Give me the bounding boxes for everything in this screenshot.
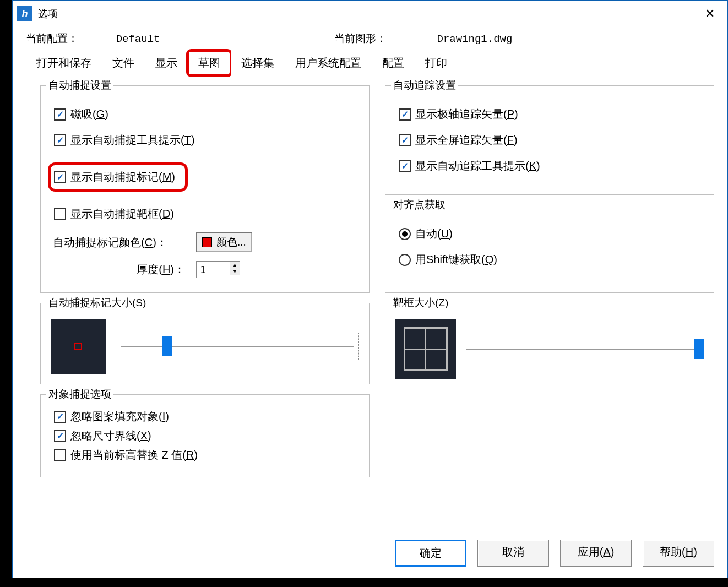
current-drawing-label: 当前图形：	[334, 32, 387, 44]
tab-sketch[interactable]: 草图	[188, 51, 231, 75]
aperture-box-check[interactable]: 显示自动捕捉靶框(D)	[54, 206, 359, 221]
close-icon[interactable]: ✕	[697, 3, 723, 25]
magnet-label: 磁吸(G)	[70, 107, 108, 122]
fullscreen-vector-label: 显示全屏追踪矢量(F)	[415, 133, 518, 148]
checkbox-icon: ✓	[399, 108, 411, 121]
autotrack-group: 自动追踪设置 ✓ 显示极轴追踪矢量(P) ✓ 显示全屏追踪矢量(F) ✓ 显示自…	[385, 85, 714, 195]
current-profile-label: 当前配置：	[26, 32, 78, 44]
marker-preview-icon	[74, 343, 82, 350]
left-column: 自动捕捉设置 ✓ 磁吸(G) ✓ 显示自动捕捉工具提示(T) ✓ 显示自动捕捉标…	[40, 85, 370, 525]
checkbox-icon: ✓	[54, 411, 66, 423]
marker-size-control	[51, 319, 359, 374]
tab-user-system[interactable]: 用户系统配置	[285, 51, 372, 75]
align-shift-radio[interactable]: 用Shift键获取(Q)	[399, 252, 704, 267]
footer-buttons: 确定 取消 应用(A) 帮助(H)	[13, 531, 727, 578]
radio-icon	[399, 228, 411, 240]
aperture-grid-icon	[404, 327, 448, 371]
thickness-label: 厚度(H)：	[53, 262, 196, 277]
right-column: 自动追踪设置 ✓ 显示极轴追踪矢量(P) ✓ 显示全屏追踪矢量(F) ✓ 显示自…	[385, 85, 714, 525]
checkbox-icon	[54, 449, 66, 461]
header-row: 当前配置： Default 当前图形： Drawing1.dwg	[13, 27, 727, 48]
tab-bar: 打开和保存 文件 显示 草图 选择集 用户系统配置 配置 打印	[13, 50, 727, 75]
align-auto-radio[interactable]: 自动(U)	[399, 226, 704, 241]
checkbox-icon: ✓	[54, 108, 66, 121]
color-button[interactable]: 颜色...	[196, 232, 252, 252]
checkbox-icon: ✓	[54, 430, 66, 442]
ignore-dim-label: 忽略尺寸界线(X)	[70, 428, 151, 443]
cancel-button[interactable]: 取消	[477, 540, 549, 567]
ok-button[interactable]: 确定	[395, 540, 466, 567]
autosnap-title: 自动捕捉设置	[46, 78, 113, 93]
aperture-size-control	[395, 319, 704, 379]
autotrack-tooltip-label: 显示自动追踪工具提示(K)	[415, 159, 540, 173]
color-swatch-icon	[202, 237, 212, 247]
marker-preview	[51, 319, 106, 374]
thickness-spinner[interactable]: ▲ ▼	[196, 261, 240, 278]
slider-thumb[interactable]	[694, 339, 704, 359]
aperture-size-title: 靶框大小(Z)	[391, 296, 450, 310]
thickness-input[interactable]	[197, 262, 230, 278]
autosnap-tooltip-label: 显示自动捕捉工具提示(T)	[70, 133, 195, 148]
slider-thumb[interactable]	[162, 336, 172, 356]
content-area: 自动捕捉设置 ✓ 磁吸(G) ✓ 显示自动捕捉工具提示(T) ✓ 显示自动捕捉标…	[13, 75, 727, 531]
marker-size-title: 自动捕捉标记大小(S)	[46, 296, 148, 310]
ignore-dim-check[interactable]: ✓ 忽略尺寸界线(X)	[54, 428, 359, 443]
magnet-check[interactable]: ✓ 磁吸(G)	[54, 107, 359, 122]
tab-open-save[interactable]: 打开和保存	[26, 51, 102, 75]
tab-selection[interactable]: 选择集	[231, 51, 285, 75]
autotrack-title: 自动追踪设置	[391, 78, 458, 93]
align-auto-label: 自动(U)	[415, 226, 453, 241]
chevron-down-icon[interactable]: ▼	[230, 268, 240, 275]
current-drawing-value: Drawing1.dwg	[437, 33, 513, 45]
replace-z-label: 使用当前标高替换 Z 值(R)	[70, 448, 198, 463]
chevron-up-icon[interactable]: ▲	[230, 262, 240, 268]
checkbox-icon: ✓	[54, 171, 66, 183]
ignore-hatch-label: 忽略图案填充对象(I)	[70, 409, 169, 424]
color-button-label: 颜色...	[216, 235, 246, 249]
tab-profile[interactable]: 配置	[372, 51, 415, 75]
tab-display[interactable]: 显示	[145, 51, 188, 75]
marker-color-row: 自动捕捉标记颜色(C)： 颜色...	[53, 232, 359, 252]
options-dialog: h 选项 ✕ 当前配置： Default 当前图形： Drawing1.dwg …	[12, 0, 728, 578]
checkbox-icon: ✓	[399, 134, 411, 146]
help-button[interactable]: 帮助(H)	[643, 540, 714, 567]
fullscreen-vector-check[interactable]: ✓ 显示全屏追踪矢量(F)	[399, 133, 704, 148]
checkbox-icon: ✓	[399, 160, 411, 172]
autotrack-tooltip-check[interactable]: ✓ 显示自动追踪工具提示(K)	[399, 159, 704, 173]
autosnap-marker-check[interactable]: ✓ 显示自动捕捉标记(M)	[52, 166, 184, 188]
replace-z-check[interactable]: 使用当前标高替换 Z 值(R)	[54, 448, 359, 463]
titlebar: h 选项 ✕	[13, 1, 727, 27]
apply-button[interactable]: 应用(A)	[560, 540, 632, 567]
marker-color-label: 自动捕捉标记颜色(C)：	[53, 235, 196, 250]
app-icon: h	[17, 6, 32, 21]
spinner-arrows[interactable]: ▲ ▼	[230, 262, 240, 278]
aperture-size-slider[interactable]	[466, 335, 704, 363]
window-title: 选项	[38, 7, 58, 20]
autosnap-group: 自动捕捉设置 ✓ 磁吸(G) ✓ 显示自动捕捉工具提示(T) ✓ 显示自动捕捉标…	[40, 85, 370, 293]
radio-icon	[399, 254, 411, 266]
tab-print[interactable]: 打印	[415, 51, 458, 75]
osnap-options-group: 对象捕捉选项 ✓ 忽略图案填充对象(I) ✓ 忽略尺寸界线(X) 使用当前标高替…	[40, 394, 370, 477]
align-title: 对齐点获取	[391, 198, 448, 212]
ignore-hatch-check[interactable]: ✓ 忽略图案填充对象(I)	[54, 409, 359, 424]
polar-vector-label: 显示极轴追踪矢量(P)	[415, 107, 518, 122]
checkbox-icon	[54, 208, 66, 220]
osnap-options-title: 对象捕捉选项	[46, 387, 113, 401]
aperture-box-label: 显示自动捕捉靶框(D)	[70, 206, 174, 221]
autosnap-tooltip-check[interactable]: ✓ 显示自动捕捉工具提示(T)	[54, 133, 359, 148]
aperture-preview	[395, 319, 456, 379]
current-profile-value: Default	[116, 33, 160, 45]
thickness-row: 厚度(H)： ▲ ▼	[53, 261, 359, 278]
polar-vector-check[interactable]: ✓ 显示极轴追踪矢量(P)	[399, 107, 704, 122]
checkbox-icon: ✓	[54, 134, 66, 146]
autosnap-marker-label: 显示自动捕捉标记(M)	[70, 170, 175, 184]
tab-file[interactable]: 文件	[102, 51, 145, 75]
aperture-size-group: 靶框大小(Z)	[385, 303, 714, 396]
align-shift-label: 用Shift键获取(Q)	[415, 252, 497, 267]
marker-size-slider[interactable]	[116, 333, 359, 360]
align-group: 对齐点获取 自动(U) 用Shift键获取(Q)	[385, 205, 714, 293]
marker-size-group: 自动捕捉标记大小(S)	[40, 303, 370, 384]
